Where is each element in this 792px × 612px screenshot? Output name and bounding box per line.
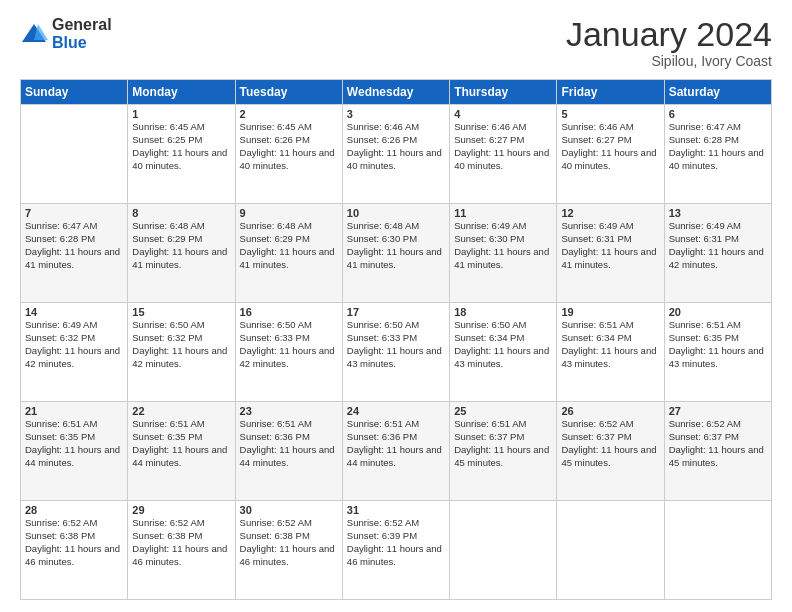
table-row: 15Sunrise: 6:50 AM Sunset: 6:32 PM Dayli… [128,303,235,402]
day-info: Sunrise: 6:48 AM Sunset: 6:29 PM Dayligh… [240,220,338,271]
table-row: 21Sunrise: 6:51 AM Sunset: 6:35 PM Dayli… [21,402,128,501]
day-number: 18 [454,306,552,318]
day-info: Sunrise: 6:52 AM Sunset: 6:38 PM Dayligh… [132,517,230,568]
week-row-1: 7Sunrise: 6:47 AM Sunset: 6:28 PM Daylig… [21,204,772,303]
day-info: Sunrise: 6:51 AM Sunset: 6:35 PM Dayligh… [669,319,767,370]
table-row: 22Sunrise: 6:51 AM Sunset: 6:35 PM Dayli… [128,402,235,501]
day-number: 25 [454,405,552,417]
day-number: 24 [347,405,445,417]
table-row: 23Sunrise: 6:51 AM Sunset: 6:36 PM Dayli… [235,402,342,501]
day-number: 15 [132,306,230,318]
table-row: 30Sunrise: 6:52 AM Sunset: 6:38 PM Dayli… [235,501,342,600]
table-row: 5Sunrise: 6:46 AM Sunset: 6:27 PM Daylig… [557,105,664,204]
table-row: 20Sunrise: 6:51 AM Sunset: 6:35 PM Dayli… [664,303,771,402]
day-number: 7 [25,207,123,219]
day-info: Sunrise: 6:52 AM Sunset: 6:39 PM Dayligh… [347,517,445,568]
day-info: Sunrise: 6:52 AM Sunset: 6:38 PM Dayligh… [25,517,123,568]
page: General Blue January 2024 Sipilou, Ivory… [0,0,792,612]
day-number: 4 [454,108,552,120]
day-info: Sunrise: 6:51 AM Sunset: 6:35 PM Dayligh… [25,418,123,469]
table-row: 9Sunrise: 6:48 AM Sunset: 6:29 PM Daylig… [235,204,342,303]
week-row-0: 1Sunrise: 6:45 AM Sunset: 6:25 PM Daylig… [21,105,772,204]
day-info: Sunrise: 6:50 AM Sunset: 6:34 PM Dayligh… [454,319,552,370]
day-number: 12 [561,207,659,219]
table-row: 7Sunrise: 6:47 AM Sunset: 6:28 PM Daylig… [21,204,128,303]
table-row: 4Sunrise: 6:46 AM Sunset: 6:27 PM Daylig… [450,105,557,204]
col-sunday: Sunday [21,80,128,105]
day-number: 29 [132,504,230,516]
day-info: Sunrise: 6:50 AM Sunset: 6:32 PM Dayligh… [132,319,230,370]
day-info: Sunrise: 6:48 AM Sunset: 6:30 PM Dayligh… [347,220,445,271]
day-number: 5 [561,108,659,120]
week-row-2: 14Sunrise: 6:49 AM Sunset: 6:32 PM Dayli… [21,303,772,402]
logo: General Blue [20,16,112,51]
day-info: Sunrise: 6:49 AM Sunset: 6:31 PM Dayligh… [561,220,659,271]
table-row: 1Sunrise: 6:45 AM Sunset: 6:25 PM Daylig… [128,105,235,204]
day-info: Sunrise: 6:46 AM Sunset: 6:26 PM Dayligh… [347,121,445,172]
table-row: 19Sunrise: 6:51 AM Sunset: 6:34 PM Dayli… [557,303,664,402]
day-info: Sunrise: 6:52 AM Sunset: 6:37 PM Dayligh… [561,418,659,469]
day-number: 14 [25,306,123,318]
day-info: Sunrise: 6:45 AM Sunset: 6:25 PM Dayligh… [132,121,230,172]
table-row: 17Sunrise: 6:50 AM Sunset: 6:33 PM Dayli… [342,303,449,402]
day-info: Sunrise: 6:51 AM Sunset: 6:36 PM Dayligh… [347,418,445,469]
title-month: January 2024 [566,16,772,53]
day-number: 6 [669,108,767,120]
day-info: Sunrise: 6:51 AM Sunset: 6:37 PM Dayligh… [454,418,552,469]
header: General Blue January 2024 Sipilou, Ivory… [20,16,772,69]
day-number: 26 [561,405,659,417]
col-saturday: Saturday [664,80,771,105]
table-row: 14Sunrise: 6:49 AM Sunset: 6:32 PM Dayli… [21,303,128,402]
table-row: 31Sunrise: 6:52 AM Sunset: 6:39 PM Dayli… [342,501,449,600]
day-number: 9 [240,207,338,219]
day-number: 17 [347,306,445,318]
table-row: 29Sunrise: 6:52 AM Sunset: 6:38 PM Dayli… [128,501,235,600]
day-info: Sunrise: 6:50 AM Sunset: 6:33 PM Dayligh… [240,319,338,370]
table-row [664,501,771,600]
day-number: 3 [347,108,445,120]
logo-blue-text: Blue [52,34,112,52]
table-row: 13Sunrise: 6:49 AM Sunset: 6:31 PM Dayli… [664,204,771,303]
day-info: Sunrise: 6:51 AM Sunset: 6:36 PM Dayligh… [240,418,338,469]
col-friday: Friday [557,80,664,105]
table-row: 8Sunrise: 6:48 AM Sunset: 6:29 PM Daylig… [128,204,235,303]
title-location: Sipilou, Ivory Coast [566,53,772,69]
day-info: Sunrise: 6:49 AM Sunset: 6:31 PM Dayligh… [669,220,767,271]
table-row: 11Sunrise: 6:49 AM Sunset: 6:30 PM Dayli… [450,204,557,303]
table-row: 27Sunrise: 6:52 AM Sunset: 6:37 PM Dayli… [664,402,771,501]
table-row: 3Sunrise: 6:46 AM Sunset: 6:26 PM Daylig… [342,105,449,204]
table-row: 10Sunrise: 6:48 AM Sunset: 6:30 PM Dayli… [342,204,449,303]
table-row: 18Sunrise: 6:50 AM Sunset: 6:34 PM Dayli… [450,303,557,402]
title-block: January 2024 Sipilou, Ivory Coast [566,16,772,69]
table-row: 16Sunrise: 6:50 AM Sunset: 6:33 PM Dayli… [235,303,342,402]
day-number: 27 [669,405,767,417]
table-row: 12Sunrise: 6:49 AM Sunset: 6:31 PM Dayli… [557,204,664,303]
col-tuesday: Tuesday [235,80,342,105]
day-number: 2 [240,108,338,120]
day-info: Sunrise: 6:48 AM Sunset: 6:29 PM Dayligh… [132,220,230,271]
day-number: 31 [347,504,445,516]
day-info: Sunrise: 6:49 AM Sunset: 6:30 PM Dayligh… [454,220,552,271]
week-row-3: 21Sunrise: 6:51 AM Sunset: 6:35 PM Dayli… [21,402,772,501]
svg-marker-1 [34,24,48,40]
col-monday: Monday [128,80,235,105]
table-row: 24Sunrise: 6:51 AM Sunset: 6:36 PM Dayli… [342,402,449,501]
day-info: Sunrise: 6:50 AM Sunset: 6:33 PM Dayligh… [347,319,445,370]
day-info: Sunrise: 6:47 AM Sunset: 6:28 PM Dayligh… [669,121,767,172]
day-number: 1 [132,108,230,120]
logo-icon [20,20,48,48]
table-row: 6Sunrise: 6:47 AM Sunset: 6:28 PM Daylig… [664,105,771,204]
day-number: 23 [240,405,338,417]
logo-general-text: General [52,16,112,34]
table-row [557,501,664,600]
table-row: 26Sunrise: 6:52 AM Sunset: 6:37 PM Dayli… [557,402,664,501]
table-row: 28Sunrise: 6:52 AM Sunset: 6:38 PM Dayli… [21,501,128,600]
day-number: 28 [25,504,123,516]
day-number: 20 [669,306,767,318]
day-info: Sunrise: 6:47 AM Sunset: 6:28 PM Dayligh… [25,220,123,271]
col-wednesday: Wednesday [342,80,449,105]
day-info: Sunrise: 6:52 AM Sunset: 6:37 PM Dayligh… [669,418,767,469]
calendar-header-row: Sunday Monday Tuesday Wednesday Thursday… [21,80,772,105]
calendar-table: Sunday Monday Tuesday Wednesday Thursday… [20,79,772,600]
day-number: 21 [25,405,123,417]
